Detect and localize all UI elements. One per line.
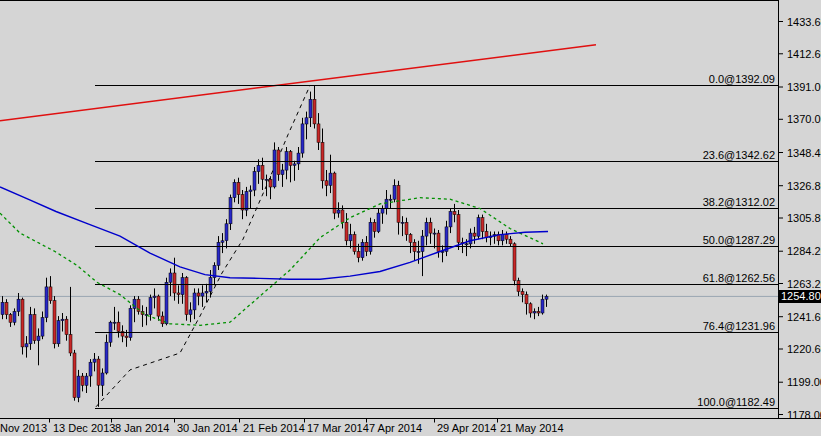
ma-green-dashed-line[interactable] [0,198,543,326]
candle-bear [237,182,240,194]
candle-bull [133,299,136,308]
candle-bear [509,239,512,244]
candle-bull [265,179,268,180]
candle-bear [453,212,456,215]
candle-bull [337,210,340,213]
candle-bull [57,321,60,344]
candle-bear [341,210,344,222]
candle-bear [437,233,440,252]
price-axis-label: 1220.60 [787,343,821,355]
candle-bear [69,335,72,354]
candle-bull [13,312,16,323]
candle-bull [377,213,380,232]
date-axis-label: 13 Dec 2013 [53,422,115,434]
price-axis-label: 1391.00 [787,81,821,93]
candle-bear [161,316,164,324]
date-axis-label: 30 Jan 2014 [177,422,238,434]
candle-bull [421,236,424,251]
price-axis-label: 1412.60 [787,48,821,60]
candle-bear [525,295,528,304]
candle-bear [473,233,476,236]
candle-bear [357,252,360,258]
candle-bear [409,235,412,243]
candle-bull [389,199,392,200]
candle-bull [361,242,364,257]
price-axis-label: 1178.00 [787,409,821,421]
candle-bull [245,192,248,211]
price-axis-label: 1263.20 [787,278,821,290]
candle-bear [405,222,408,234]
date-axis-label: 29 Apr 2014 [437,422,496,434]
candle-bull [45,287,48,318]
date-axis-label: 17 Mar 2014 [307,422,369,434]
candle-bull [249,190,252,192]
candle-bull [153,296,156,298]
candle-bull [193,293,196,310]
candle-bear [269,179,272,187]
candle-bear [81,376,84,385]
candle-bull [1,302,4,314]
fib-level-label: 61.8@1262.56 [703,272,775,284]
candle-bull [89,362,92,376]
candle-bear [481,218,484,232]
candle-bull [545,296,548,299]
candle-bull [129,308,132,337]
price-chart[interactable]: 0.0@1392.0923.6@1342.6238.2@1312.0250.0@… [0,0,821,436]
candle-bull [541,299,544,313]
candle-bull [281,170,284,175]
candle-bull [273,150,276,187]
fib-level-label: 23.6@1342.62 [703,149,775,161]
candle-bear [513,244,516,281]
date-axis-label: 21 Feb 2014 [243,422,305,434]
price-axis-label: 1348.40 [787,147,821,159]
trendline[interactable] [0,45,596,121]
candle-bull [85,376,88,385]
price-axis-label: 1433.60 [787,16,821,28]
date-axis-label: 7 Apr 2014 [369,422,422,434]
candle-bull [105,342,108,373]
candle-bear [289,152,292,166]
candle-bull [349,235,352,241]
ma-blue-line[interactable] [0,187,548,279]
candle-bull [417,252,420,253]
candle-bull [401,222,404,223]
candle-bull [301,124,304,153]
candle-bear [537,312,540,314]
candle-bear [517,281,520,292]
candle-bear [397,185,400,222]
candle-bear [5,302,8,314]
fib-level-label: 76.4@1231.96 [703,320,775,332]
candle-bear [505,235,508,240]
candle-bull [101,373,104,385]
candle-bull [189,310,192,315]
candle-bull [445,227,448,252]
price-axis-label: 1241.60 [787,311,821,323]
candle-bull [329,173,332,185]
fib-level-label: 100.0@1182.49 [697,396,775,408]
candle-bear [241,195,244,210]
current-price-badge: 1254.80 [779,290,821,303]
candle-bear [317,124,320,142]
candle-bull [25,344,28,347]
candle-bear [345,222,348,241]
candle-bear [277,150,280,175]
candle-bear [97,359,100,385]
candle-bear [73,353,76,398]
candle-bull [41,318,44,337]
candle-bear [117,322,120,331]
candle-bull [229,198,232,224]
candle-bull [285,152,288,171]
candle-bull [205,292,208,294]
fib-level-label: 0.0@1392.09 [709,73,775,85]
fib-level-label: 38.2@1312.02 [703,196,775,208]
candle-bear [429,222,432,233]
candle-bull [297,153,300,164]
candle-bear [125,336,128,338]
candle-bear [21,299,24,347]
candle-bull [253,172,256,191]
candle-bear [33,315,36,341]
candle-bull [93,359,96,362]
candle-bull [257,165,260,171]
candle-bull [149,298,152,315]
candle-bull [37,336,40,341]
